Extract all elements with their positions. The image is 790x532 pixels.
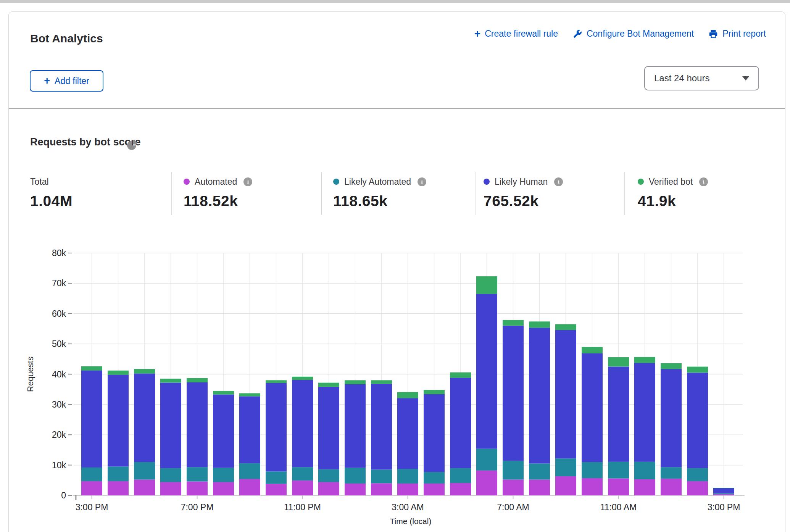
bar-segment-likely-human[interactable]	[450, 378, 471, 468]
bar-segment-likely-human[interactable]	[81, 371, 102, 468]
bar-segment-automated[interactable]	[266, 484, 287, 495]
bar-segment-likely-human[interactable]	[661, 369, 682, 467]
add-filter-button[interactable]: + Add filter	[30, 70, 103, 92]
bar-segment-verified-bot[interactable]	[687, 367, 708, 373]
bar-segment-likely-human[interactable]	[266, 383, 287, 472]
bar-segment-automated[interactable]	[424, 484, 445, 495]
bar-segment-likely-automated[interactable]	[397, 469, 418, 484]
bar-segment-likely-human[interactable]	[318, 387, 339, 469]
bar-segment-verified-bot[interactable]	[713, 488, 734, 488]
bar-segment-likely-human[interactable]	[687, 373, 708, 468]
bar-segment-verified-bot[interactable]	[266, 380, 287, 383]
bar-segment-automated[interactable]	[450, 483, 471, 495]
bar-segment-automated[interactable]	[582, 478, 603, 495]
bar-segment-automated[interactable]	[397, 484, 418, 495]
bar-segment-verified-bot[interactable]	[371, 380, 392, 384]
print-report-link[interactable]: Print report	[708, 29, 766, 39]
bar-segment-likely-human[interactable]	[371, 384, 392, 470]
bar-segment-likely-automated[interactable]	[160, 468, 181, 482]
bar-segment-verified-bot[interactable]	[108, 371, 129, 375]
bar-segment-likely-human[interactable]	[424, 394, 445, 472]
bar-segment-automated[interactable]	[160, 482, 181, 495]
bar-segment-verified-bot[interactable]	[555, 324, 576, 330]
info-icon[interactable]: i	[699, 177, 708, 186]
bar-segment-automated[interactable]	[476, 471, 497, 495]
bar-segment-verified-bot[interactable]	[213, 391, 234, 395]
bar-segment-likely-automated[interactable]	[134, 462, 155, 480]
bar-segment-automated[interactable]	[634, 479, 655, 495]
time-range-select[interactable]: Last 24 hours	[644, 66, 759, 90]
bar-segment-automated[interactable]	[239, 479, 260, 495]
configure-bot-management-link[interactable]: Configure Bot Management	[572, 29, 694, 39]
bar-segment-verified-bot[interactable]	[424, 390, 445, 394]
bar-segment-verified-bot[interactable]	[318, 383, 339, 387]
bar-segment-automated[interactable]	[555, 476, 576, 495]
bar-segment-automated[interactable]	[81, 481, 102, 495]
bar-segment-automated[interactable]	[503, 480, 524, 495]
bar-segment-verified-bot[interactable]	[634, 357, 655, 363]
bar-segment-likely-automated[interactable]	[318, 469, 339, 482]
bar-segment-likely-automated[interactable]	[239, 463, 260, 479]
bar-segment-verified-bot[interactable]	[397, 392, 418, 398]
bar-segment-likely-automated[interactable]	[476, 449, 497, 471]
bar-segment-likely-automated[interactable]	[608, 462, 629, 479]
bar-segment-likely-human[interactable]	[108, 375, 129, 467]
bar-segment-automated[interactable]	[687, 481, 708, 495]
bar-segment-verified-bot[interactable]	[187, 378, 208, 382]
bar-segment-likely-human[interactable]	[292, 380, 313, 468]
bar-segment-likely-automated[interactable]	[713, 493, 734, 494]
bar-segment-verified-bot[interactable]	[345, 380, 366, 384]
bar-segment-likely-human[interactable]	[345, 384, 366, 468]
bar-segment-likely-human[interactable]	[503, 326, 524, 461]
bar-segment-likely-automated[interactable]	[582, 462, 603, 478]
bar-segment-automated[interactable]	[713, 494, 734, 495]
bar-segment-likely-automated[interactable]	[634, 462, 655, 479]
bar-segment-automated[interactable]	[371, 483, 392, 495]
bar-segment-likely-automated[interactable]	[292, 467, 313, 480]
bar-segment-likely-automated[interactable]	[108, 467, 129, 481]
bar-segment-likely-automated[interactable]	[371, 470, 392, 484]
bar-segment-likely-automated[interactable]	[529, 464, 550, 480]
bar-segment-verified-bot[interactable]	[529, 321, 550, 328]
bar-segment-verified-bot[interactable]	[661, 363, 682, 369]
create-firewall-rule-link[interactable]: + Create firewall rule	[474, 29, 558, 39]
info-icon[interactable]: i	[243, 177, 252, 186]
bar-segment-verified-bot[interactable]	[450, 372, 471, 378]
requests-by-bot-score-chart[interactable]: 010k20k30k40k50k60k70k80k3:00 PM7:00 PM1…	[9, 237, 785, 532]
bar-segment-likely-human[interactable]	[239, 396, 260, 463]
bar-segment-likely-automated[interactable]	[687, 468, 708, 481]
bar-segment-automated[interactable]	[292, 480, 313, 495]
bar-segment-likely-human[interactable]	[160, 383, 181, 468]
bar-segment-verified-bot[interactable]	[239, 393, 260, 397]
bar-segment-likely-automated[interactable]	[450, 468, 471, 483]
bar-segment-likely-human[interactable]	[608, 367, 629, 462]
bar-segment-likely-automated[interactable]	[661, 467, 682, 479]
bar-segment-likely-automated[interactable]	[555, 458, 576, 476]
bar-segment-likely-human[interactable]	[213, 395, 234, 468]
bar-segment-verified-bot[interactable]	[503, 320, 524, 326]
bar-segment-automated[interactable]	[108, 481, 129, 495]
bar-segment-likely-automated[interactable]	[81, 468, 102, 481]
bar-segment-likely-automated[interactable]	[503, 461, 524, 480]
bar-segment-verified-bot[interactable]	[134, 369, 155, 374]
bar-segment-automated[interactable]	[345, 484, 366, 495]
bar-segment-likely-human[interactable]	[476, 294, 497, 449]
bar-segment-likely-automated[interactable]	[424, 472, 445, 484]
bar-segment-likely-human[interactable]	[529, 328, 550, 464]
bar-segment-likely-human[interactable]	[134, 374, 155, 462]
bar-segment-likely-human[interactable]	[187, 382, 208, 467]
bar-segment-automated[interactable]	[134, 480, 155, 495]
info-icon[interactable]: i	[418, 177, 426, 186]
bar-segment-verified-bot[interactable]	[81, 366, 102, 371]
bar-segment-automated[interactable]	[187, 481, 208, 495]
bar-segment-likely-human[interactable]	[582, 353, 603, 462]
bar-segment-verified-bot[interactable]	[608, 357, 629, 367]
bar-segment-likely-human[interactable]	[555, 330, 576, 459]
bar-segment-automated[interactable]	[213, 482, 234, 495]
bar-segment-likely-automated[interactable]	[213, 468, 234, 482]
bar-segment-verified-bot[interactable]	[160, 379, 181, 382]
bar-segment-verified-bot[interactable]	[582, 347, 603, 353]
bar-segment-automated[interactable]	[661, 479, 682, 495]
stacked-bar-chart[interactable]: 010k20k30k40k50k60k70k80k3:00 PM7:00 PM1…	[9, 237, 785, 532]
bar-segment-likely-automated[interactable]	[187, 467, 208, 481]
